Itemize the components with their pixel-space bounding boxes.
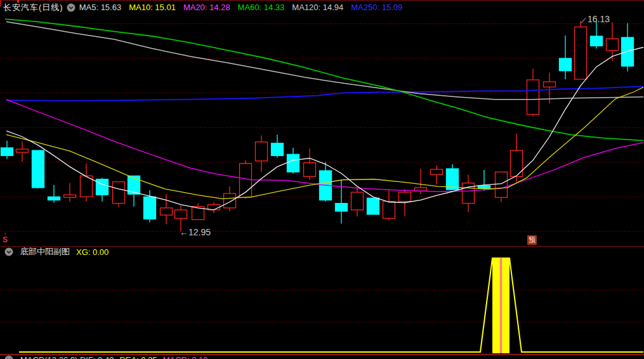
ma20-value-label: MA20: 14.28 (183, 3, 230, 12)
sub-indicator-name[interactable]: 底部中阳副图 (20, 246, 70, 258)
tdx-chart-window: 长安汽车(日线) MA5: 15.63 MA10: 15.01 MA20: 14… (0, 0, 644, 359)
signal-letter: S (3, 237, 8, 244)
ma120-value-label: MA120: 14.94 (292, 3, 343, 12)
chevron-down-icon[interactable] (67, 3, 76, 12)
chevron-down-icon[interactable] (4, 247, 13, 256)
macd-macd-label: MACD: 0.10 (163, 355, 208, 359)
sub-indicator-header: 底部中阳副图 XG: 0.00 (0, 247, 108, 257)
macd-dea-label: DEA: 0.35 (119, 355, 157, 359)
macd-indicator-row: MACD(12,26,9) DIF: 0.40 DEA: 0.35 MACD: … (0, 355, 207, 359)
chart-header: 长安汽车(日线) MA5: 15.63 MA10: 15.01 MA20: 14… (0, 0, 644, 15)
macd-dif-label: MACD(12,26,9) DIF: 0.40 (20, 355, 114, 359)
alert-badge[interactable]: 预 (527, 235, 537, 245)
stock-title[interactable]: 长安汽车(日线) (3, 2, 63, 13)
low-price-label: ←12.95 (180, 227, 211, 237)
ma250-value-label: MA250: 15.09 (351, 3, 402, 12)
ma5-value-label: MA5: 15.63 (79, 3, 122, 12)
candlestick-chart[interactable] (0, 0, 644, 359)
high-price-label: 16.13 (588, 14, 610, 24)
xg-value-label: XG: 0.00 (76, 247, 108, 257)
ma60-value-label: MA60: 14.33 (238, 3, 285, 12)
sell-signal-marker: ↑ S (1, 233, 9, 244)
chevron-down-icon[interactable] (4, 355, 13, 359)
ma10-value-label: MA10: 15.01 (129, 3, 176, 12)
